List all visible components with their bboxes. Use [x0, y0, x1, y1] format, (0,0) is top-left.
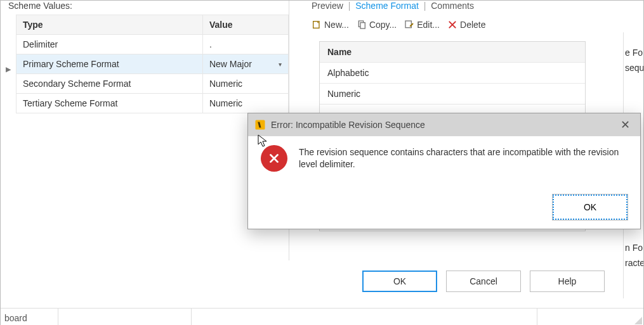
table-row[interactable]: Tertiary Scheme Format Numeric — [16, 94, 289, 113]
value-text: New Major — [209, 59, 252, 69]
type-cell: Delimiter — [16, 35, 203, 54]
delete-icon — [447, 20, 457, 30]
statusbar-text: board — [4, 313, 27, 323]
table-row[interactable]: Secondary Scheme Format Numeric — [16, 74, 289, 94]
edit-icon — [404, 20, 414, 30]
type-cell: Primary Scheme Format — [16, 54, 203, 74]
copy-icon — [357, 20, 367, 30]
table-row[interactable]: Primary Scheme Format New Major ▾ — [16, 54, 289, 74]
toolbar: New... Copy... Edit... Delete — [312, 20, 631, 30]
new-label: New... — [324, 20, 349, 30]
app-icon — [254, 119, 266, 131]
delete-label: Delete — [460, 20, 485, 30]
dialog-button-row: OK Cancel Help — [362, 271, 605, 292]
value-cell[interactable]: . — [202, 35, 288, 54]
cancel-button[interactable]: Cancel — [446, 271, 521, 292]
type-cell: Secondary Scheme Format — [16, 74, 203, 94]
name-cell: Numeric — [320, 84, 585, 105]
delete-button[interactable]: Delete — [447, 20, 485, 30]
scheme-values-panel: Scheme Values: ▶ Type Value Delimiter . … — [1, 1, 289, 260]
list-item[interactable]: Numeric — [320, 84, 585, 105]
tab-separator: | — [348, 1, 351, 11]
svg-rect-2 — [360, 23, 365, 29]
table-row[interactable]: Delimiter . — [16, 35, 289, 54]
scheme-values-table: Type Value Delimiter . Primary Scheme Fo… — [16, 15, 289, 113]
copy-label: Copy... — [369, 20, 397, 30]
col-value-header[interactable]: Value — [202, 15, 288, 35]
new-icon — [312, 20, 322, 30]
value-dropdown[interactable]: New Major ▾ — [202, 54, 288, 74]
dialog-message: The revision sequence contains character… — [299, 145, 628, 172]
clip-text: racte — [624, 255, 643, 271]
tab-comments[interactable]: Comments — [431, 1, 474, 11]
list-item[interactable]: Alphabetic — [320, 63, 585, 84]
error-dialog: Error: Incompatible Revision Sequence ✕ … — [247, 113, 641, 229]
tab-separator: | — [424, 1, 426, 11]
name-header[interactable]: Name — [320, 42, 585, 63]
help-button[interactable]: Help — [530, 271, 605, 292]
row-indicator-icon: ▶ — [6, 65, 11, 73]
ok-button[interactable]: OK — [362, 271, 437, 292]
edit-label: Edit... — [417, 20, 440, 30]
resize-grip-icon[interactable] — [633, 315, 642, 324]
clip-text: n Fo — [624, 240, 643, 255]
value-cell[interactable]: Numeric — [202, 74, 288, 94]
dialog-titlebar[interactable]: Error: Incompatible Revision Sequence ✕ — [248, 113, 640, 136]
clip-text: e Fo — [624, 45, 643, 60]
error-icon — [261, 145, 287, 172]
new-button[interactable]: New... — [312, 20, 349, 30]
copy-button[interactable]: Copy... — [357, 20, 397, 30]
scheme-values-label: Scheme Values: — [8, 1, 281, 11]
tab-preview[interactable]: Preview — [312, 1, 343, 11]
close-icon[interactable]: ✕ — [617, 117, 634, 133]
dialog-title: Error: Incompatible Revision Sequence — [271, 120, 425, 130]
modal-ok-button[interactable]: OK — [553, 194, 628, 220]
tab-scheme-format[interactable]: Scheme Format — [355, 1, 419, 11]
clip-text: sequ — [624, 60, 643, 75]
chevron-down-icon[interactable]: ▾ — [279, 61, 282, 68]
tab-strip: Preview | Scheme Format | Comments — [312, 1, 631, 11]
type-cell: Tertiary Scheme Format — [16, 94, 203, 113]
value-cell[interactable]: Numeric — [202, 94, 288, 113]
edit-button[interactable]: Edit... — [404, 20, 440, 30]
name-cell: Alphabetic — [320, 63, 585, 84]
status-bar: board — [1, 308, 643, 325]
col-type-header[interactable]: Type — [16, 15, 203, 35]
svg-rect-3 — [405, 21, 411, 28]
